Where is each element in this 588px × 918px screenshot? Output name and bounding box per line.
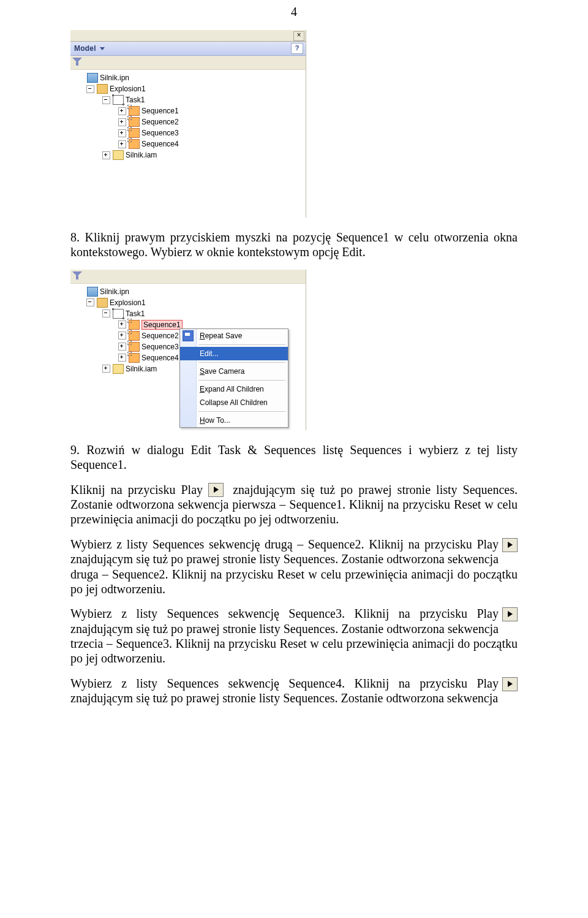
tree-item-sequence[interactable]: Sequence1	[73, 105, 306, 116]
expand-toggle-icon[interactable]	[118, 343, 126, 351]
expand-toggle-icon[interactable]	[102, 151, 110, 159]
menu-item-how-to[interactable]: How To...	[180, 414, 288, 427]
tree-item-explosion[interactable]: Explosion1	[73, 83, 306, 94]
panel-toolbar	[70, 56, 306, 70]
tree-item-label: Sequence2	[141, 332, 179, 340]
instruction-text: znajdującym się tuż po prawej stronie li…	[70, 622, 518, 666]
tree-item-label: Silnik.iam	[126, 151, 157, 159]
sequence-icon	[129, 117, 140, 127]
panel-titlebar: ×	[70, 30, 306, 42]
expand-toggle-icon[interactable]	[102, 365, 110, 373]
play-icon	[502, 677, 518, 691]
tree-item-label: Explosion1	[110, 85, 146, 93]
tree-item-root[interactable]: Silnik.ipn	[73, 286, 306, 297]
expand-toggle-icon[interactable]	[118, 129, 126, 137]
play-icon	[502, 538, 518, 552]
menu-item-collapse-all[interactable]: Collapse All Children	[180, 396, 288, 409]
tree-item-label: Task1	[126, 309, 145, 318]
expand-toggle-icon[interactable]	[118, 107, 126, 115]
expand-toggle-icon[interactable]	[118, 321, 126, 328]
menu-item-label: xpand All Children	[205, 385, 264, 393]
menu-separator	[198, 380, 285, 381]
menu-item-label: Collapse All Children	[200, 398, 268, 407]
tree-item-label: Sequence3	[141, 343, 179, 351]
save-icon	[183, 330, 194, 341]
help-icon[interactable]: ?	[291, 43, 303, 54]
page-container: 4 × Model ? Silnik.ipn Explosi	[0, 5, 588, 706]
tree-item-explosion[interactable]: Explosion1	[73, 297, 306, 308]
instruction-text: Wybierz z listy Sequences sekwencję Sequ…	[70, 607, 499, 620]
instruction-step-9-seq1: Kliknij na przycisku Play znajdującym si…	[70, 482, 518, 527]
instruction-step-8: 8. Kliknij prawym przyciskiem myszki na …	[70, 230, 518, 260]
menu-item-accelerator: E	[200, 385, 205, 393]
expand-toggle-icon[interactable]	[118, 140, 126, 148]
instruction-step-9-seq3: Wybierz z listy Sequences sekwencję Sequ…	[70, 606, 518, 666]
collapse-toggle-icon[interactable]	[86, 85, 94, 93]
instruction-step-9-seq2: Wybierz z listy Sequences sekwencję drug…	[70, 537, 518, 597]
tree-item-task[interactable]: Task1	[73, 308, 306, 319]
explosion-icon	[97, 298, 108, 308]
model-browser-panel: × Model ? Silnik.ipn Explosion1	[70, 30, 306, 218]
tree-item-sequence[interactable]: Sequence4	[73, 138, 306, 150]
menu-item-edit[interactable]: Edit...	[180, 347, 288, 360]
menu-item-label: ave Camera	[205, 367, 244, 376]
filter-icon[interactable]	[72, 58, 82, 67]
tree-item-label: Sequence4	[141, 140, 179, 148]
tree-item-label: Silnik.ipn	[100, 287, 129, 296]
tree-item-label: Sequence4	[141, 354, 179, 362]
expand-toggle-icon[interactable]	[118, 354, 126, 362]
tree-view: Silnik.ipn Explosion1 Task1 Sequence1 Se	[70, 70, 306, 219]
menu-item-accelerator: R	[200, 332, 205, 340]
context-menu: Repeat Save Edit... Save Camera Expand A…	[179, 328, 288, 428]
tree-item-sequence[interactable]: Sequence3	[73, 127, 306, 138]
menu-item-label: Edit...	[200, 349, 219, 358]
instruction-text: Wybierz z listy Sequences sekwencję Sequ…	[70, 677, 499, 690]
menu-item-save-camera[interactable]: Save Camera	[180, 365, 288, 378]
assembly-icon	[113, 150, 124, 160]
collapse-toggle-icon[interactable]	[102, 96, 110, 104]
sequence-icon	[129, 139, 140, 149]
sequence-icon	[129, 106, 140, 116]
ipn-icon	[87, 287, 98, 297]
expand-toggle-icon[interactable]	[118, 118, 126, 126]
instruction-text: znajdującym się tuż po prawej stronie li…	[70, 552, 518, 596]
menu-item-accelerator: H	[200, 416, 205, 425]
task-icon	[113, 309, 124, 319]
collapse-toggle-icon[interactable]	[86, 298, 94, 306]
context-menu-gutter	[180, 329, 197, 427]
explosion-icon	[97, 84, 108, 94]
tree-item-label: Sequence2	[141, 118, 179, 126]
tree-item-label: Explosion1	[110, 298, 146, 307]
task-icon	[113, 95, 124, 105]
menu-item-expand-all[interactable]: Expand All Children	[180, 382, 288, 396]
instruction-step-9-intro: 9. Rozwiń w dialogu Edit Task & Sequence…	[70, 442, 518, 472]
sequence-icon	[129, 320, 140, 330]
instruction-step-9-seq4: Wybierz z listy Sequences sekwencję Sequ…	[70, 676, 518, 706]
menu-item-label: ow To...	[205, 416, 230, 425]
model-browser-panel-with-menu: Silnik.ipn Explosion1 Task1 Sequence1 Se	[70, 270, 306, 430]
play-icon	[208, 483, 224, 497]
instruction-text: znajdującym się tuż po prawej stronie li…	[70, 691, 498, 705]
page-number: 4	[70, 5, 518, 19]
tree-item-label: Silnik.ipn	[100, 74, 129, 82]
menu-item-repeat-save[interactable]: Repeat Save	[180, 329, 288, 343]
expand-toggle-icon[interactable]	[118, 332, 126, 340]
tree-item-assembly[interactable]: Silnik.iam	[73, 150, 306, 161]
close-icon[interactable]: ×	[293, 31, 304, 41]
tree-item-label: Sequence1	[141, 320, 183, 330]
tree-item-label: Silnik.iam	[126, 365, 157, 373]
menu-item-accelerator: S	[200, 367, 205, 376]
panel-header-row[interactable]: Model ?	[70, 42, 306, 56]
tree-item-sequence[interactable]: Sequence2	[73, 116, 306, 127]
ipn-icon	[87, 73, 98, 83]
sequence-icon	[129, 342, 140, 352]
sequence-icon	[129, 128, 140, 138]
tree-item-task[interactable]: Task1	[73, 94, 306, 105]
play-icon	[502, 607, 518, 621]
collapse-toggle-icon[interactable]	[102, 309, 110, 317]
tree-item-root[interactable]: Silnik.ipn	[73, 72, 306, 83]
chevron-down-icon	[100, 47, 105, 50]
filter-icon[interactable]	[72, 271, 82, 281]
assembly-icon	[113, 364, 124, 374]
tree-item-label: Sequence1	[141, 107, 179, 115]
